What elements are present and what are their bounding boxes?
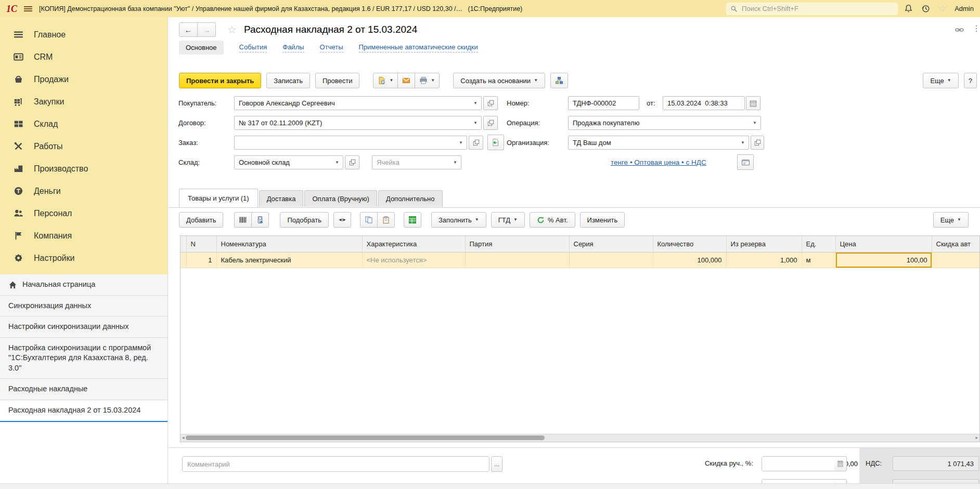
gtd-button[interactable]: ГТД ▼ <box>491 212 525 228</box>
cell-input[interactable] <box>372 156 449 169</box>
comment-more-button[interactable]: ... <box>491 456 502 472</box>
grid-more-button[interactable]: Еще ▼ <box>933 212 969 228</box>
sidebar-item-sync-1c-accounting[interactable]: Настройка синхронизации с программой "1С… <box>0 338 167 379</box>
open-based-document-button[interactable] <box>487 135 504 150</box>
contract-input[interactable] <box>235 116 470 129</box>
calendar-icon[interactable] <box>746 96 760 110</box>
chevron-down-icon[interactable]: ▼ <box>449 156 461 169</box>
show-hide-button[interactable] <box>333 212 351 228</box>
print-button[interactable]: ▼ <box>415 73 440 88</box>
document-structure-button[interactable] <box>550 73 568 88</box>
chevron-down-icon[interactable]: ▼ <box>455 136 467 149</box>
main-menu-icon[interactable] <box>23 4 33 14</box>
sidebar-item-company[interactable]: Компания <box>0 224 167 247</box>
chevron-down-icon[interactable]: ▼ <box>749 116 760 129</box>
barcode-scan-button[interactable] <box>234 212 252 228</box>
sidebar-item-main[interactable]: Главное <box>0 23 167 46</box>
col-quantity[interactable]: Количество <box>653 236 726 253</box>
tab-files[interactable]: Файлы <box>282 43 304 52</box>
favorites-star-icon[interactable]: ☆ <box>938 3 946 14</box>
forward-button[interactable]: → <box>198 22 216 37</box>
date-field[interactable] <box>663 96 745 110</box>
create-based-on-button[interactable]: Создать на основании ▼ <box>453 73 545 88</box>
scroll-right-icon[interactable]: ▸ <box>975 435 978 440</box>
scroll-left-icon[interactable]: ◂ <box>182 435 185 440</box>
sidebar-item-crm[interactable]: CRM <box>0 46 167 68</box>
sidebar-item-expense-invoices[interactable]: Расходные накладные <box>0 379 167 400</box>
sidebar-item-sync[interactable]: Синхронизация данных <box>0 296 167 317</box>
tab-main[interactable]: Основное <box>179 41 224 55</box>
sidebar-item-current-invoice[interactable]: Расходная накладная 2 от 15.03.2024 <box>0 400 167 422</box>
pick-items-button[interactable]: Подобрать <box>280 212 328 228</box>
col-auto-discount[interactable]: Скидка авт <box>932 236 980 253</box>
buyer-input[interactable] <box>235 97 470 110</box>
cell-auto-discount[interactable]: % <box>932 253 980 268</box>
col-n[interactable]: N <box>186 236 216 253</box>
warehouse-input[interactable] <box>235 156 331 169</box>
table-row[interactable]: 1 Кабель электрический <Не используется>… <box>180 253 980 268</box>
col-series[interactable]: Серия <box>569 236 653 253</box>
scrollbar-thumb[interactable] <box>186 435 545 440</box>
order-input[interactable] <box>235 136 455 149</box>
back-button[interactable]: ← <box>179 22 198 37</box>
chevron-down-icon[interactable]: ▼ <box>331 156 343 169</box>
cell-unit[interactable]: м <box>802 253 835 268</box>
contract-combo[interactable]: ▼ <box>234 116 482 130</box>
manual-discount-input[interactable] <box>762 457 862 471</box>
post-and-close-button[interactable]: Провести и закрыть <box>179 73 261 88</box>
sidebar-item-purchases[interactable]: Закупки <box>0 90 167 113</box>
col-batch[interactable]: Партия <box>465 236 569 253</box>
history-icon[interactable] <box>921 4 930 13</box>
buyer-open-button[interactable] <box>483 96 498 110</box>
tab-delivery[interactable]: Доставка <box>259 190 304 207</box>
more-vert-icon[interactable]: ⋮ <box>972 23 980 33</box>
chevron-down-icon[interactable]: ▼ <box>470 97 481 110</box>
fill-table-button[interactable] <box>404 212 421 228</box>
contract-open-button[interactable] <box>483 116 498 130</box>
cell-characteristic[interactable]: <Не используется> <box>362 253 465 268</box>
sidebar-item-warehouse[interactable]: Склад <box>0 113 167 135</box>
get-link-icon[interactable] <box>955 25 964 34</box>
organization-input[interactable] <box>569 136 737 149</box>
sidebar-item-money[interactable]: Деньги <box>0 180 167 202</box>
fill-menu-button[interactable]: Заполнить ▼ <box>431 212 486 228</box>
col-unit[interactable]: Ед. <box>802 236 835 253</box>
col-nomenclature[interactable]: Номенклатура <box>216 236 362 253</box>
attached-files-button[interactable]: ▼ <box>373 73 398 88</box>
tab-events[interactable]: События <box>239 43 267 52</box>
post-button[interactable]: Провести <box>315 73 360 88</box>
paste-rows-button[interactable] <box>377 212 395 228</box>
data-terminal-button[interactable] <box>251 212 269 228</box>
cell-series[interactable] <box>569 253 653 268</box>
auto-discount-recalc-button[interactable]: % Авт. <box>530 212 575 228</box>
edit-button[interactable]: Изменить <box>580 212 625 228</box>
sidebar-item-home[interactable]: Начальная страница <box>0 274 167 296</box>
sidebar-item-settings[interactable]: Настройки <box>0 247 167 269</box>
price-currency-link[interactable]: тенге • Оптовая цена • с НДС <box>611 158 706 166</box>
number-field[interactable] <box>568 96 639 110</box>
chevron-down-icon[interactable]: ▼ <box>470 116 481 129</box>
help-button[interactable]: ? <box>964 73 977 88</box>
cell-n[interactable]: 1 <box>186 253 216 268</box>
tab-payment[interactable]: Оплата (Вручную) <box>304 190 377 207</box>
chevron-down-icon[interactable]: ▼ <box>737 136 749 149</box>
cell-batch[interactable] <box>465 253 569 268</box>
tab-reports[interactable]: Отчеты <box>320 43 343 52</box>
cell-quantity[interactable]: 100,000 <box>653 253 726 268</box>
organization-combo[interactable]: ▼ <box>568 136 749 150</box>
notifications-bell-icon[interactable] <box>904 4 913 13</box>
operation-combo[interactable]: ▼ <box>568 116 761 130</box>
order-combo[interactable]: ▼ <box>234 136 467 150</box>
search-input[interactable] <box>741 4 894 13</box>
price-card-icon[interactable] <box>737 154 754 170</box>
operation-input[interactable] <box>569 116 749 129</box>
save-button[interactable]: Записать <box>266 73 310 88</box>
user-name[interactable]: Admin <box>955 5 974 12</box>
order-open-button[interactable] <box>469 136 483 150</box>
sidebar-item-sync-settings[interactable]: Настройки синхронизации данных <box>0 316 167 338</box>
send-email-button[interactable] <box>397 73 415 88</box>
warehouse-combo[interactable]: ▼ <box>234 155 343 169</box>
calculator-icon[interactable] <box>834 456 847 471</box>
buyer-combo[interactable]: ▼ <box>234 96 482 110</box>
tab-auto-discounts[interactable]: Примененные автоматические скидки <box>359 43 478 52</box>
